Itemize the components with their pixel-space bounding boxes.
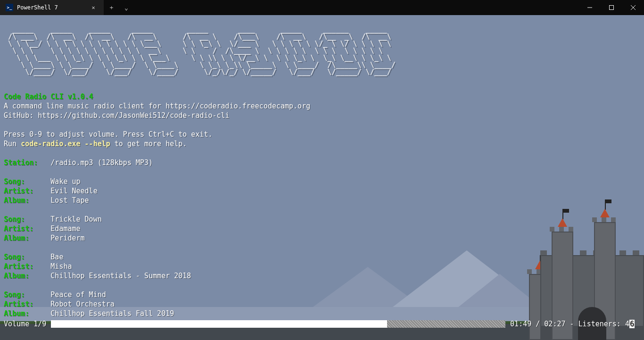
playback-status: 01:49 / 02:27 - Listeners: 46 [510,319,635,329]
window-titlebar: >_ PowerShell 7 ✕ ＋ ⌄ [0,0,644,15]
tab-powershell[interactable]: >_ PowerShell 7 ✕ [0,0,104,15]
app-title: Code Radio CLI v1.0.4 [4,92,93,101]
track-row: Song: Wake up [4,177,81,186]
tab-close-button[interactable]: ✕ [89,3,98,12]
track-row: Album: Chillhop Essentials - Summer 2018 [4,272,191,280]
powershell-icon: >_ [6,4,13,11]
track-row: Album: Chillhop Essentials Fall 2019 [4,309,174,318]
track-row: Song: Peace of Mind [4,290,106,299]
titlebar-drag-region[interactable] [134,0,579,15]
track-row: Artist: Misha [4,262,72,271]
track-row: Song: Bae [4,253,63,261]
hint-help: Run code-radio.exe --help to get more he… [4,140,187,148]
track-row: Artist: Evil Needle [4,187,98,195]
window-maximize-button[interactable] [601,0,622,15]
window-close-button[interactable] [622,0,644,15]
track-row: Artist: Robot Orchestra [4,300,115,308]
station-line: Station: /radio.mp3 (128kbps MP3) [4,158,153,167]
ascii-banner: _____ _____ _____ _____ _____ ____ _____… [4,26,640,76]
progress-bar [51,320,505,328]
track-row: Song: Trickle Down [4,215,102,224]
hint-controls: Press 0-9 to adjust volume. Press Ctrl+C… [4,130,213,139]
tab-title: PowerShell 7 [17,4,85,11]
window-controls [579,0,644,15]
terminal-text: _____ _____ _____ _____ _____ ____ _____… [4,17,640,340]
window-minimize-button[interactable] [579,0,601,15]
github-line: GitHub: https://github.com/JasonWei512/c… [4,111,230,120]
svg-rect-1 [610,6,614,10]
terminal-output[interactable]: _____ _____ _____ _____ _____ ____ _____… [0,15,644,340]
app-desc: A command line music radio client for ht… [4,102,310,110]
volume-indicator: Volume 1/9 [4,319,46,329]
track-row: Album: Periderm [4,234,85,242]
status-line: Volume 1/9 01:49 / 02:27 - Listeners: 46 [4,319,635,329]
track-row: Album: Lost Tape [4,196,89,205]
new-tab-button[interactable]: ＋ [104,0,119,15]
track-row: Artist: Edamame [4,224,81,233]
tab-dropdown-button[interactable]: ⌄ [119,0,134,15]
